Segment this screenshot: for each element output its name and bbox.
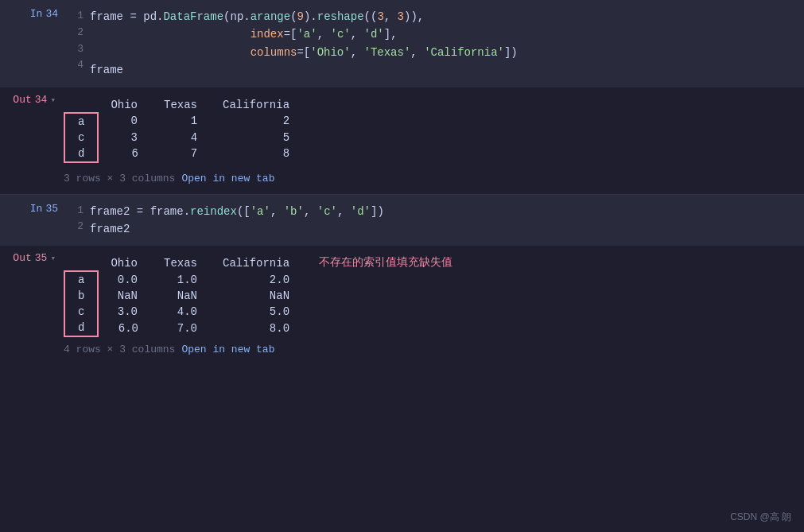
index-a-35: a: [64, 271, 98, 288]
index-d-35: d: [64, 320, 98, 336]
collapse-34[interactable]: ▾: [50, 95, 56, 105]
th-ohio-35: Ohio: [98, 255, 151, 271]
table-34: Ohio Texas California a 0 1 2: [64, 97, 303, 163]
output-label-34: Out 34 ▾: [0, 94, 64, 106]
table-row: a 0 1 2: [64, 113, 302, 130]
cell-35-output: Out 35 ▾ Ohio Texas California: [0, 246, 804, 365]
table-info-34: 3 rows × 3 columns Open in new tab: [64, 173, 804, 184]
cell-34-output: Out 34 ▾ Ohio Texas California: [0, 87, 804, 194]
val-a-texas-34: 1: [151, 113, 210, 130]
val-d-ohio-34: 6: [98, 146, 151, 162]
cell-35-label: In 35: [2, 201, 66, 240]
line-num-2: 2: [77, 25, 84, 41]
line-num-35-1: 1: [77, 203, 84, 219]
index-c-34: c: [64, 130, 98, 146]
th-empty-35: [64, 255, 98, 271]
line-num-35-2: 2: [77, 219, 84, 235]
table-35: Ohio Texas California a 0.0 1.0 2.0: [64, 255, 303, 337]
dataframe-34: Ohio Texas California a 0 1 2: [64, 97, 303, 163]
val-c-texas-35: 4.0: [151, 304, 210, 320]
code-content-34: frame = pd.DataFrame(np.arange(9).reshap…: [90, 6, 804, 81]
val-c-texas-34: 4: [151, 130, 210, 146]
row-col-count-35: 4 rows × 3 columns: [64, 344, 175, 355]
code-line-35-1: frame2 = frame.reindex(['a', 'b', 'c', '…: [90, 203, 804, 220]
open-new-tab-34[interactable]: Open in new tab: [181, 173, 274, 184]
in-label-34: In: [30, 8, 43, 20]
table-header-35: Ohio Texas California: [64, 255, 302, 271]
index-a-34: a: [64, 113, 98, 130]
val-d-california-35: 8.0: [210, 320, 302, 336]
val-d-california-34: 8: [210, 146, 302, 162]
table-row: c 3.0 4.0 5.0: [64, 304, 302, 320]
in-label-35: In: [30, 203, 43, 215]
val-a-texas-35: 1.0: [151, 271, 210, 288]
val-a-ohio-34: 0: [98, 113, 151, 130]
th-empty-34: [64, 97, 98, 113]
code-line-34-4: frame: [90, 61, 804, 79]
cell-35-input: In 35 1 2 frame2 = frame.reindex(['a', '…: [0, 195, 804, 247]
th-ohio-34: Ohio: [98, 97, 151, 113]
val-a-california-34: 2: [210, 113, 302, 130]
index-c-35: c: [64, 304, 98, 320]
out-text-34: Out: [13, 94, 31, 106]
code-content-35: frame2 = frame.reindex(['a', 'b', 'c', '…: [90, 201, 804, 240]
table-row: d 6 7 8: [64, 146, 302, 162]
index-d-34: d: [64, 146, 98, 162]
collapse-35[interactable]: ▾: [50, 253, 56, 263]
output-content-34: Ohio Texas California a 0 1 2: [64, 94, 804, 188]
val-a-ohio-35: 0.0: [98, 271, 151, 288]
th-texas-35: Texas: [151, 255, 210, 271]
val-c-california-35: 5.0: [210, 304, 302, 320]
line-numbers-34: 1 2 3 4: [66, 6, 90, 81]
output-label-35: Out 35 ▾: [0, 252, 64, 264]
th-texas-34: Texas: [151, 97, 210, 113]
cell-num-35: 35: [45, 203, 58, 215]
index-b-35: b: [64, 288, 98, 304]
open-new-tab-35[interactable]: Open in new tab: [181, 344, 274, 355]
line-num-4: 4: [77, 57, 84, 74]
val-c-ohio-34: 3: [98, 130, 151, 146]
code-line-34-2: index=['a', 'c', 'd'],: [90, 25, 804, 43]
val-b-ohio-35: NaN: [98, 288, 151, 304]
line-numbers-35: 1 2: [66, 201, 90, 240]
row-col-count-34: 3 rows × 3 columns: [64, 173, 175, 184]
val-d-ohio-35: 6.0: [98, 320, 151, 336]
cell-34-input: In 34 1 2 3 4 frame = pd.DataFrame(np.ar…: [0, 0, 804, 87]
cell-35-code: 1 2 frame2 = frame.reindex(['a', 'b', 'c…: [66, 201, 804, 240]
val-d-texas-35: 7.0: [151, 320, 210, 336]
out-num-34: 34: [35, 94, 48, 106]
val-b-california-35: NaN: [210, 288, 302, 304]
watermark: CSDN @高 朗: [730, 511, 791, 524]
code-line-35-2: frame2: [90, 220, 804, 238]
output-content-35: Ohio Texas California a 0.0 1.0 2.0: [64, 252, 804, 359]
code-line-34-3: columns=['Ohio', 'Texas', 'California']): [90, 44, 804, 61]
line-num-3: 3: [77, 41, 84, 58]
table-header-34: Ohio Texas California: [64, 97, 302, 113]
output-row-35: Ohio Texas California a 0.0 1.0 2.0: [64, 255, 804, 337]
table-info-35: 4 rows × 3 columns Open in new tab: [64, 344, 804, 355]
val-c-ohio-35: 3.0: [98, 304, 151, 320]
val-a-california-35: 2.0: [210, 271, 302, 288]
cell-34-code: 1 2 3 4 frame = pd.DataFrame(np.arange(9…: [66, 6, 804, 81]
line-num-1: 1: [77, 8, 84, 25]
notebook: In 34 1 2 3 4 frame = pd.DataFrame(np.ar…: [0, 0, 804, 365]
code-line-34-1: frame = pd.DataFrame(np.arange(9).reshap…: [90, 8, 804, 25]
th-california-34: California: [210, 97, 302, 113]
annotation-35: 不存在的索引值填充缺失值: [319, 255, 452, 270]
table-row: a 0.0 1.0 2.0: [64, 271, 302, 288]
dataframe-35: Ohio Texas California a 0.0 1.0 2.0: [64, 255, 303, 337]
val-c-california-34: 5: [210, 130, 302, 146]
table-row: c 3 4 5: [64, 130, 302, 146]
cell-num-34: 34: [45, 8, 58, 20]
cell-34-label: In 34: [2, 6, 66, 81]
out-text-35: Out: [13, 252, 31, 264]
th-california-35: California: [210, 255, 302, 271]
out-num-35: 35: [35, 252, 48, 264]
table-row: d 6.0 7.0 8.0: [64, 320, 302, 336]
table-row: b NaN NaN NaN: [64, 288, 302, 304]
val-d-texas-34: 7: [151, 146, 210, 162]
val-b-texas-35: NaN: [151, 288, 210, 304]
